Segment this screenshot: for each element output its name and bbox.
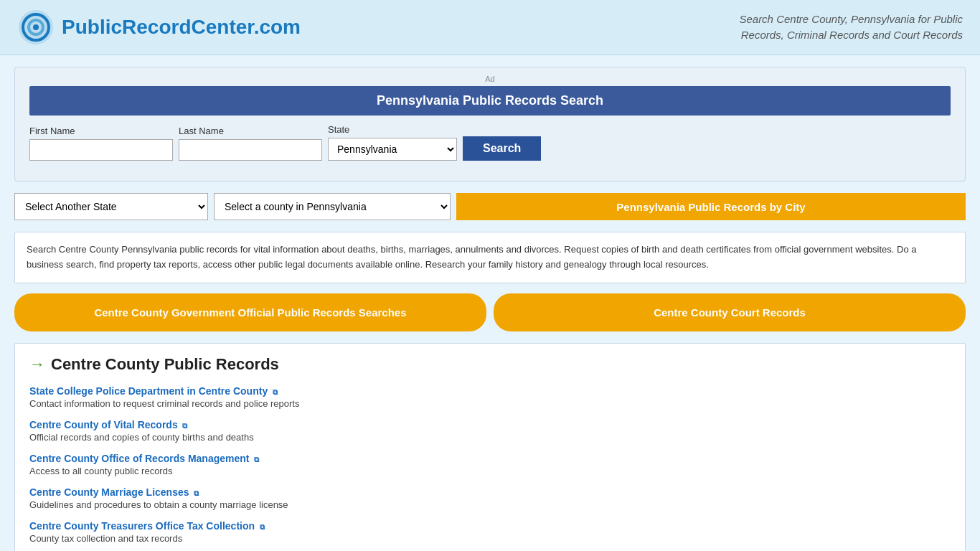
state-label: State — [328, 124, 457, 135]
section-title: → Centre County Public Records — [29, 355, 951, 374]
list-item: Centre County of Vital Records ⧉Official… — [29, 419, 951, 443]
arrow-icon: → — [29, 355, 45, 374]
external-link-icon: ⧉ — [181, 422, 188, 430]
court-records-button[interactable]: Centre County Court Records — [494, 293, 966, 331]
ad-search-title: Pennsylvania Public Records Search — [29, 86, 951, 116]
first-name-group: First Name — [29, 126, 173, 161]
gov-records-button[interactable]: Centre County Government Official Public… — [14, 293, 486, 331]
logo-text: PublicRecordCenter.com — [62, 16, 301, 39]
record-link[interactable]: Centre County Office of Records Manageme… — [29, 453, 259, 464]
record-description: Official records and copies of county bi… — [29, 432, 951, 443]
state-group: State Pennsylvania — [328, 124, 457, 161]
logo-icon — [17, 9, 55, 46]
header-tagline: Search Centre County, Pennsylvania for P… — [739, 11, 963, 44]
record-link[interactable]: Centre County of Vital Records ⧉ — [29, 419, 187, 430]
ad-label: Ad — [29, 75, 951, 83]
list-item: Centre County Treasurers Office Tax Coll… — [29, 520, 951, 544]
logo-area: PublicRecordCenter.com — [17, 9, 301, 46]
city-button[interactable]: Pennsylvania Public Records by City — [456, 193, 966, 220]
first-name-label: First Name — [29, 126, 173, 136]
record-link[interactable]: Centre County Treasurers Office Tax Coll… — [29, 520, 265, 532]
external-link-icon: ⧉ — [270, 388, 278, 396]
record-description: Contact information to request criminal … — [29, 398, 951, 409]
list-item: State College Police Department in Centr… — [29, 385, 951, 409]
description-box: Search Centre County Pennsylvania public… — [14, 232, 966, 283]
record-link[interactable]: Centre County Marriage Licenses ⧉ — [29, 486, 199, 498]
page-header: PublicRecordCenter.com Search Centre Cou… — [0, 0, 980, 55]
ad-container: Ad Pennsylvania Public Records Search Fi… — [14, 67, 966, 182]
state-select-ad[interactable]: Pennsylvania — [328, 138, 457, 161]
last-name-input[interactable] — [179, 139, 322, 161]
external-link-icon: ⧉ — [192, 489, 199, 497]
external-link-icon: ⧉ — [253, 456, 260, 463]
svg-point-3 — [33, 24, 39, 30]
record-description: Access to all county public records — [29, 466, 951, 476]
list-item: Centre County Office of Records Manageme… — [29, 453, 951, 476]
county-select[interactable]: Select a county in Pennsylvania — [214, 193, 451, 220]
external-link-icon: ⧉ — [258, 523, 265, 531]
record-link[interactable]: State College Police Department in Centr… — [29, 385, 278, 397]
main-content: Ad Pennsylvania Public Records Search Fi… — [0, 55, 980, 551]
first-name-input[interactable] — [29, 139, 173, 161]
records-list: State College Police Department in Centr… — [29, 385, 951, 551]
search-button[interactable]: Search — [463, 136, 541, 161]
county-row: Select Another State Select a county in … — [14, 193, 966, 220]
action-buttons: Centre County Government Official Public… — [14, 293, 966, 331]
list-item: Centre County Marriage Licenses ⧉Guideli… — [29, 486, 951, 510]
last-name-group: Last Name — [179, 126, 322, 161]
records-section: → Centre County Public Records State Col… — [14, 343, 966, 551]
record-description: County tax collection and tax records — [29, 533, 951, 544]
search-fields: First Name Last Name State Pennsylvania … — [29, 124, 951, 161]
state-select-main[interactable]: Select Another State — [14, 193, 208, 220]
last-name-label: Last Name — [179, 126, 322, 136]
record-description: Guidelines and procedures to obtain a co… — [29, 499, 951, 510]
